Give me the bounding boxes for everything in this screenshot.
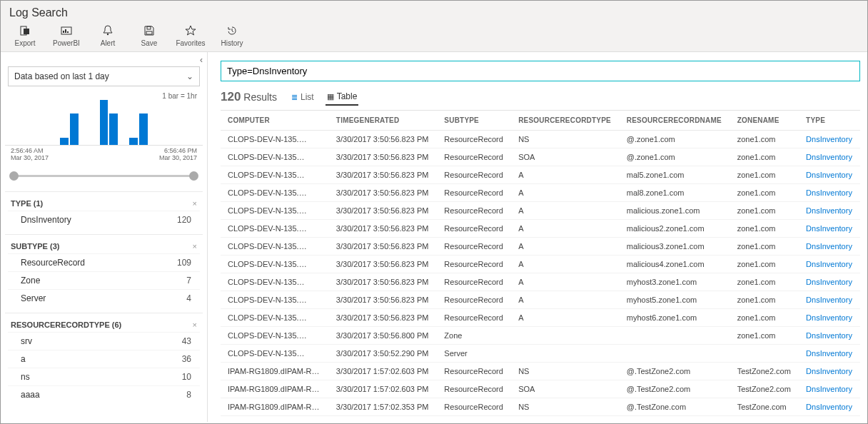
slider-handle-left[interactable] bbox=[9, 171, 19, 181]
facet-item[interactable]: a36 bbox=[8, 350, 200, 368]
facet-title: TYPE (1) bbox=[11, 199, 43, 208]
table-row[interactable]: IPAM-RG1809.dIPAM-RG1808.ipa...3/30/2017… bbox=[221, 398, 860, 416]
cell-subtype: ResourceRecord bbox=[437, 202, 511, 220]
type-link[interactable]: DnsInventory bbox=[806, 224, 852, 233]
table-row[interactable]: CLOPS-DEV-N-135.corp...3/30/2017 3:50:56… bbox=[221, 166, 860, 184]
table-row[interactable]: CLOPS-DEV-N-135.corp...3/30/2017 3:50:56… bbox=[221, 131, 860, 148]
collapse-sidebar-icon[interactable]: ‹ bbox=[196, 55, 207, 65]
table-row[interactable]: CLOPS-DEV-N-135.l.corp...3/30/2017 3:50:… bbox=[221, 238, 860, 256]
column-header[interactable]: ZONENAME bbox=[730, 111, 799, 131]
table-row[interactable]: CLOPS-DEV-N-135..corp...3/30/2017 3:50:5… bbox=[221, 220, 860, 238]
powerbi-button[interactable]: PowerBI bbox=[51, 24, 82, 47]
table-view-toggle[interactable]: ▦ Table bbox=[326, 89, 359, 106]
type-link[interactable]: DnsInventory bbox=[806, 278, 852, 286]
cell-computer: CLOPS-DEV-N-135.corp... bbox=[221, 256, 329, 273]
type-link[interactable]: DnsInventory bbox=[806, 188, 852, 197]
history-button[interactable]: History bbox=[216, 24, 248, 47]
query-input[interactable] bbox=[221, 61, 860, 81]
facet-title: RESOURCERECORDTYPE (6) bbox=[11, 320, 121, 329]
slider-handle-right[interactable] bbox=[189, 171, 198, 181]
type-link[interactable]: DnsInventory bbox=[806, 296, 852, 304]
type-link[interactable]: DnsInventory bbox=[806, 385, 852, 393]
table-row[interactable]: CLOPS-DEV-N-135..corp...3/30/2017 3:50:5… bbox=[221, 202, 860, 220]
type-link[interactable]: DnsInventory bbox=[806, 242, 852, 251]
redacted bbox=[298, 280, 323, 286]
type-link[interactable]: DnsInventory bbox=[806, 135, 852, 143]
facet-item[interactable]: ResourceRecord109 bbox=[8, 253, 200, 271]
type-link[interactable]: DnsInventory bbox=[806, 153, 852, 161]
cell-time: 3/30/2017 1:57:02.603 PM bbox=[329, 363, 438, 380]
results-bar: 120 Results ≣ List ▦ Table bbox=[221, 81, 860, 110]
facet: RESOURCERECORDTYPE (6)×srv43a36ns10aaaa8 bbox=[5, 313, 203, 409]
cell-rrtype: A bbox=[511, 256, 620, 273]
facet-item-label: Zone bbox=[21, 276, 40, 286]
results-table-wrap: COMPUTERTIMEGENERATEDSUBTYPERESOURCERECO… bbox=[221, 110, 860, 422]
cell-rrtype: NS bbox=[511, 363, 620, 380]
facet-item[interactable]: aaaa8 bbox=[8, 385, 200, 403]
type-link[interactable]: DnsInventory bbox=[806, 331, 852, 340]
facet-item[interactable]: Server4 bbox=[8, 289, 200, 307]
type-link[interactable]: DnsInventory bbox=[806, 206, 852, 215]
type-link[interactable]: DnsInventory bbox=[806, 403, 852, 411]
type-link[interactable]: DnsInventory bbox=[806, 367, 852, 375]
redacted bbox=[298, 155, 323, 161]
table-row[interactable]: CLOPS-DEV-N-135.corp...3/30/2017 3:50:56… bbox=[221, 256, 860, 273]
chart-bar[interactable] bbox=[139, 113, 148, 145]
cell-rrtype: NS bbox=[511, 398, 620, 416]
svg-rect-5 bbox=[67, 31, 69, 33]
redacted bbox=[300, 208, 326, 215]
type-link[interactable]: DnsInventory bbox=[806, 349, 852, 358]
table-row[interactable]: CLOPS-DEV-N-135corp...3/30/2017 3:50:56.… bbox=[221, 273, 860, 291]
cell-type: DnsInventory bbox=[799, 363, 860, 380]
chart-bar[interactable] bbox=[129, 138, 138, 146]
close-icon[interactable]: × bbox=[193, 320, 197, 329]
column-header[interactable]: SUBTYPE bbox=[437, 111, 511, 131]
table-row[interactable]: IPAM-RG1809.dIPAM-RG1808.ipa...3/30/2017… bbox=[221, 380, 860, 398]
column-header[interactable]: TIMEGENERATED bbox=[329, 111, 438, 131]
type-link[interactable]: DnsInventory bbox=[806, 260, 852, 268]
chart-bar[interactable] bbox=[109, 113, 118, 145]
column-header[interactable]: TYPE bbox=[799, 111, 860, 131]
chart-bar[interactable] bbox=[100, 100, 108, 145]
list-view-toggle[interactable]: ≣ List bbox=[290, 89, 316, 105]
sidebar: ‹ Data based on last 1 day ⌄ 1 bar = 1hr… bbox=[1, 52, 208, 422]
close-icon[interactable]: × bbox=[193, 242, 197, 251]
table-row[interactable]: CLOPS-DEV-N-135.corp...3/30/2017 3:50:56… bbox=[221, 309, 860, 327]
timeline-chart[interactable] bbox=[5, 100, 203, 146]
favorites-button[interactable]: Favorites bbox=[175, 24, 206, 47]
table-row[interactable]: CLOPS-DEV-N-135corp...3/30/2017 3:50:56.… bbox=[221, 148, 860, 166]
svg-rect-8 bbox=[146, 31, 152, 34]
type-link[interactable]: DnsInventory bbox=[806, 171, 852, 179]
facet-item-label: aaaa bbox=[21, 390, 40, 400]
facet-item[interactable]: ns10 bbox=[8, 368, 200, 385]
table-row[interactable]: CLOPS-DEV-N-135corp...3/30/2017 3:50:52.… bbox=[221, 345, 860, 363]
table-row[interactable]: CLOPS-DEV-N-135.:orp...3/30/2017 3:50:56… bbox=[221, 291, 860, 309]
redacted bbox=[300, 316, 326, 322]
cell-time: 3/30/2017 3:50:56.823 PM bbox=[329, 184, 438, 202]
column-header[interactable]: RESOURCERECORDTYPE bbox=[511, 111, 620, 131]
cell-rrtype: A bbox=[511, 166, 620, 184]
type-link[interactable]: DnsInventory bbox=[806, 313, 852, 322]
export-button[interactable]: Export bbox=[9, 24, 41, 47]
close-icon[interactable]: × bbox=[193, 199, 197, 208]
cell-zone: zone1.com bbox=[730, 291, 799, 309]
cell-subtype: ResourceRecord bbox=[437, 131, 511, 148]
column-header[interactable]: RESOURCERECORDNAME bbox=[620, 111, 730, 131]
table-row[interactable]: CLOPS-DEV-N-135..corp...3/30/2017 3:50:5… bbox=[221, 327, 860, 345]
table-row[interactable]: CLOPS-DEV-N-135.corp...3/30/2017 3:50:56… bbox=[221, 184, 860, 202]
facet-item[interactable]: srv43 bbox=[8, 332, 200, 350]
time-range-dropdown[interactable]: Data based on last 1 day ⌄ bbox=[8, 66, 200, 86]
table-row[interactable]: IPAM-RG1809.dIPAM-RG1808.ipa...3/30/2017… bbox=[221, 363, 860, 380]
chart-bar[interactable] bbox=[60, 138, 69, 146]
toolbar: ExportPowerBIAlertSaveFavoritesHistory bbox=[9, 19, 859, 47]
time-slider[interactable] bbox=[11, 167, 197, 184]
save-button[interactable]: Save bbox=[133, 24, 165, 47]
column-header[interactable]: COMPUTER bbox=[221, 111, 329, 131]
cell-computer: CLOPS-DEV-N-135.corp... bbox=[221, 131, 329, 148]
facet-item[interactable]: Zone7 bbox=[8, 271, 200, 289]
cell-computer: CLOPS-DEV-N-135.corp... bbox=[221, 309, 329, 327]
facet-item[interactable]: DnsInventory120 bbox=[8, 211, 200, 228]
cell-type: DnsInventory bbox=[799, 184, 860, 202]
alert-button[interactable]: Alert bbox=[92, 24, 123, 47]
chart-bar[interactable] bbox=[70, 113, 79, 145]
